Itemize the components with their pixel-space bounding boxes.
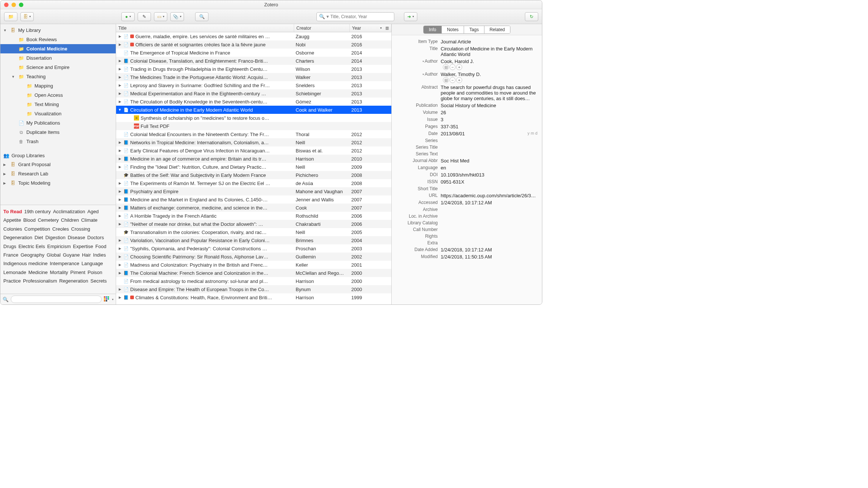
column-creator[interactable]: Creator xyxy=(294,24,350,32)
tag-item[interactable]: Blood xyxy=(23,216,36,224)
switch-creator-icon[interactable]: ⊟ xyxy=(443,77,449,83)
tag-menu-caret-icon[interactable]: ▾ xyxy=(112,298,114,301)
tag-item[interactable]: Creoles xyxy=(52,225,69,233)
twisty-icon[interactable]: ▼ xyxy=(11,75,16,79)
field-value[interactable]: 1/24/2018, 10:17:12 AM xyxy=(441,200,537,205)
tag-item[interactable]: Professionalism xyxy=(23,277,57,285)
tag-item[interactable]: Expertise xyxy=(73,242,93,251)
tag-item[interactable]: Disease xyxy=(68,233,85,242)
field-value[interactable]: Social History of Medicine xyxy=(441,103,537,108)
twisty-icon[interactable]: ▶ xyxy=(118,255,122,258)
special-trash[interactable]: 🗑Trash xyxy=(0,137,116,146)
item-row[interactable]: ▶📄Officiers de santé et soignantes créol… xyxy=(116,40,391,49)
item-row[interactable]: ▶📘The Colonial Machine: French Science a… xyxy=(116,269,391,277)
twisty-icon[interactable]: ▶ xyxy=(118,222,122,226)
column-picker-icon[interactable]: ▥ xyxy=(385,26,389,30)
twisty-icon[interactable]: ▶ xyxy=(118,75,122,79)
tag-item[interactable]: Secrets xyxy=(91,277,107,285)
column-year[interactable]: Year▾▥ xyxy=(350,24,391,32)
tag-item[interactable]: Hair xyxy=(82,251,91,259)
twisty-icon[interactable]: ▶ xyxy=(118,181,122,185)
item-row[interactable]: ▶📄Disease and Empire: The Health of Euro… xyxy=(116,285,391,293)
twisty-icon[interactable]: ▶ xyxy=(118,141,122,144)
tag-item[interactable]: Mortality xyxy=(50,268,68,277)
item-row[interactable]: ▶📘Medicine in an age of commerce and emp… xyxy=(116,155,391,163)
tag-item[interactable]: Digestion xyxy=(45,233,65,242)
field-value[interactable]: Journal Article xyxy=(441,39,537,44)
field-value[interactable]: Soc Hist Med xyxy=(441,158,537,164)
group-research-lab[interactable]: ▶🗄Research Lab xyxy=(0,169,116,178)
tag-item[interactable]: Piment xyxy=(70,268,85,277)
field-value[interactable]: 2013/08/01y m d xyxy=(441,131,537,136)
collection-text-mining[interactable]: 📁Text Mining xyxy=(0,100,116,109)
field-value[interactable]: 1/24/2018, 10:17:12 AM xyxy=(441,247,537,253)
twisty-icon[interactable]: ▶ xyxy=(118,67,122,71)
twisty-icon[interactable]: ▶ xyxy=(3,163,8,166)
twisty-icon[interactable]: ▶ xyxy=(118,247,122,250)
item-row[interactable]: ▶📄The Circulation of Bodily Knowledge in… xyxy=(116,98,391,106)
item-row[interactable]: ▶📘Climates & Constitutions: Health, Race… xyxy=(116,293,391,301)
collection-open-access[interactable]: 📁Open Access xyxy=(0,90,116,100)
field-value[interactable]: The search for powerful drugs has caused… xyxy=(441,85,537,101)
item-row[interactable]: ▶📄Choosing Scientific Patrimony: Sir Ron… xyxy=(116,253,391,261)
item-row[interactable]: 📄Colonial Medical Encounters in the Nine… xyxy=(116,130,391,138)
switch-creator-icon[interactable]: ⊟ xyxy=(443,64,449,70)
twisty-icon[interactable]: ▶ xyxy=(118,214,122,218)
locate-button[interactable]: ➜▾ xyxy=(404,12,417,21)
add-creator-icon[interactable]: + xyxy=(456,77,462,83)
item-row[interactable]: ▶📄"Neither of meate nor drinke, but what… xyxy=(116,220,391,228)
tag-item[interactable]: Indigenous medicine xyxy=(3,259,47,268)
collection-teaching[interactable]: ▼📁Teaching xyxy=(0,72,116,81)
tag-item[interactable]: Food xyxy=(95,242,106,251)
field-value[interactable]: en xyxy=(441,165,537,171)
tag-item[interactable]: Appetite xyxy=(3,216,21,224)
twisty-icon[interactable]: ▶ xyxy=(118,189,122,193)
item-row[interactable]: 🎓Battles of the Self: War and Subjectivi… xyxy=(116,171,391,179)
tag-item[interactable]: Medicine xyxy=(28,268,47,277)
tag-item[interactable]: Diet xyxy=(34,233,43,242)
add-by-identifier-button[interactable]: ✎ xyxy=(138,12,151,21)
tag-item[interactable]: Climate xyxy=(81,216,98,224)
tag-item[interactable]: Empiricism xyxy=(47,242,71,251)
tag-item[interactable]: Intemperance xyxy=(50,259,79,268)
twisty-icon[interactable]: ▶ xyxy=(118,198,122,201)
my-library[interactable]: ▼ 🗄 My Library xyxy=(0,26,116,35)
tag-item[interactable]: Guyane xyxy=(63,251,80,259)
item-row[interactable]: ▼📄Circulation of Medicine in the Early M… xyxy=(116,106,391,114)
collection-science-and-empire[interactable]: 📁Science and Empire xyxy=(0,63,116,72)
tag-item[interactable]: Competition xyxy=(24,225,50,233)
tag-item[interactable]: Language xyxy=(82,259,103,268)
twisty-icon[interactable]: ▶ xyxy=(118,34,122,38)
tag-item[interactable]: Indies xyxy=(93,251,106,259)
item-row[interactable]: ≡Synthesis of scholarship on "medicines"… xyxy=(116,114,391,122)
tag-item[interactable]: Degeneration xyxy=(3,233,32,242)
item-row[interactable]: ▶📘Medicine and the Market in England and… xyxy=(116,195,391,204)
tag-item[interactable]: Cemetery xyxy=(38,216,59,224)
search-mode-caret-icon[interactable]: ▾ xyxy=(326,14,329,19)
quick-search[interactable]: 🔍▾ xyxy=(316,12,394,21)
twisty-icon[interactable]: ▶ xyxy=(118,206,122,210)
twisty-icon[interactable]: ▼ xyxy=(3,29,8,32)
field-value[interactable]: Circulation of Medicine in the Early Mod… xyxy=(441,46,537,57)
twisty-icon[interactable]: ▶ xyxy=(118,271,122,275)
item-row[interactable]: ▶📘Colonial Disease, Translation, and Enl… xyxy=(116,57,391,65)
item-row[interactable]: ▶📄A Horrible Tragedy in the French Atlan… xyxy=(116,212,391,220)
add-attachment-button[interactable]: 📎▾ xyxy=(170,12,184,21)
tab-notes[interactable]: Notes xyxy=(442,26,464,33)
twisty-icon[interactable]: ▶ xyxy=(118,59,122,63)
tag-item[interactable]: Crossing xyxy=(71,225,90,233)
twisty-icon[interactable]: ▶ xyxy=(118,296,122,299)
tag-item[interactable]: Regeneration xyxy=(59,277,88,285)
item-row[interactable]: ▶📄Medical Experimentation and Race in th… xyxy=(116,89,391,98)
group-topic-modeling[interactable]: ▶🗄Topic Modeling xyxy=(0,178,116,188)
collection-colonial-medicine[interactable]: 📁Colonial Medicine xyxy=(0,44,116,53)
collection-dissertation[interactable]: 📁Dissertation xyxy=(0,53,116,63)
tag-item[interactable]: 19th century xyxy=(24,207,51,216)
twisty-icon[interactable]: ▶ xyxy=(118,263,122,267)
tag-search-input[interactable] xyxy=(11,296,102,303)
tab-info[interactable]: Info xyxy=(424,26,442,33)
item-row[interactable]: ▶📄Madness and Colonization: Psychiatry i… xyxy=(116,261,391,269)
twisty-icon[interactable]: ▶ xyxy=(3,181,8,185)
tag-item[interactable]: Children xyxy=(61,216,79,224)
twisty-icon[interactable]: ▶ xyxy=(118,165,122,169)
